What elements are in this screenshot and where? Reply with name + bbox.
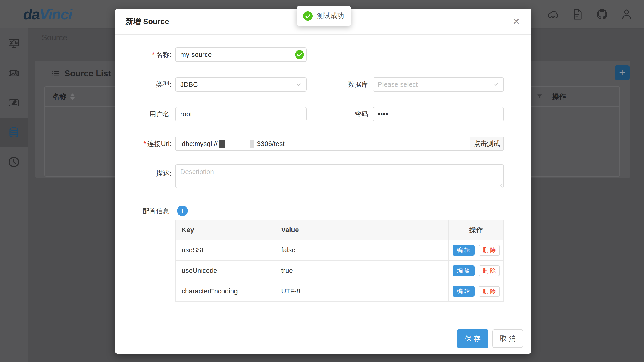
success-toast: 测试成功 xyxy=(297,6,351,26)
filter-funnel-icon[interactable] xyxy=(536,93,543,100)
chevron-down-icon xyxy=(492,81,499,88)
sidebar-item-schedule[interactable] xyxy=(0,147,28,177)
add-source-button[interactable]: + xyxy=(615,65,630,80)
name-column-label: 名称 xyxy=(52,92,66,102)
unordered-list-icon xyxy=(52,69,60,78)
name-input[interactable] xyxy=(175,48,307,62)
name-column-header[interactable]: 名称 xyxy=(52,87,75,106)
url-prefix: jdbc:mysql:// xyxy=(180,140,218,148)
action-column-label: 操作 xyxy=(552,92,566,102)
url-suffix: :3306/test xyxy=(255,140,284,148)
close-icon[interactable]: ✕ xyxy=(506,9,527,34)
delete-button[interactable]: 删 除 xyxy=(479,266,500,276)
valid-check-icon xyxy=(295,50,304,60)
value-header: Value xyxy=(275,220,449,240)
connection-url-input[interactable]: jdbc:mysql:// :3306/test xyxy=(175,136,470,151)
config-value: true xyxy=(275,260,449,281)
success-check-icon xyxy=(303,11,313,21)
delete-button[interactable]: 删 除 xyxy=(479,245,500,256)
edit-button[interactable]: 编 辑 xyxy=(452,286,474,297)
required-asterisk: * xyxy=(152,51,155,58)
davinci-app: daVinci Source Source List + xyxy=(0,0,644,362)
test-connection-button[interactable]: 点击测试 xyxy=(470,136,504,151)
config-key: useUnicode xyxy=(176,260,275,281)
clock-icon xyxy=(8,156,20,168)
password-input[interactable] xyxy=(373,107,504,121)
config-label: 配置信息: xyxy=(120,206,171,216)
widget-pencil-icon xyxy=(8,96,20,109)
redacted-host-block xyxy=(220,140,226,148)
type-select[interactable]: JDBC xyxy=(175,77,307,92)
description-label: 描述: xyxy=(120,166,171,180)
password-label: 密码: xyxy=(319,107,370,121)
config-table: Key Value 操作 useSSL false 编 辑删 除 useUnic… xyxy=(175,220,504,302)
panel-title: Source List xyxy=(64,69,111,78)
username-label: 用户名: xyxy=(120,107,171,121)
chevron-down-icon xyxy=(295,81,302,88)
sidebar-item-source[interactable] xyxy=(0,118,28,147)
redacted-host-block xyxy=(250,140,254,148)
database-select-placeholder: Please select xyxy=(378,81,418,88)
github-icon[interactable] xyxy=(596,8,608,20)
cloud-download-icon[interactable] xyxy=(547,8,559,20)
add-source-modal: 新增 Source ✕ *名称: 类型: JDBC 数据库: Please se… xyxy=(115,9,531,354)
breadcrumb: Source xyxy=(42,33,67,42)
sidebar-item-dashboard[interactable] xyxy=(0,29,28,58)
save-button[interactable]: 保 存 xyxy=(457,329,488,348)
username-input[interactable] xyxy=(175,107,307,121)
config-table-row: characterEncoding UTF-8 编 辑删 除 xyxy=(176,281,504,301)
delete-button[interactable]: 删 除 xyxy=(479,286,500,297)
sort-carets-icon[interactable] xyxy=(70,93,75,100)
database-icon xyxy=(8,126,20,139)
nav-icon-group xyxy=(547,0,633,28)
sidebar xyxy=(0,28,28,362)
description-textarea[interactable] xyxy=(175,164,504,188)
config-key: characterEncoding xyxy=(176,281,275,301)
type-select-value: JDBC xyxy=(180,81,198,88)
sidebar-item-display[interactable] xyxy=(0,58,28,88)
required-asterisk: * xyxy=(144,140,146,148)
sidebar-item-widget[interactable] xyxy=(0,88,28,118)
config-value: false xyxy=(275,240,449,260)
davinci-logo[interactable]: daVinci xyxy=(23,0,72,28)
config-table-row: useUnicode true 编 辑删 除 xyxy=(176,260,504,281)
config-table-row: useSSL false 编 辑删 除 xyxy=(176,240,504,260)
config-key: useSSL xyxy=(176,240,275,260)
database-select[interactable]: Please select xyxy=(373,77,504,92)
source-list-panel-header: Source List xyxy=(35,61,111,86)
user-icon[interactable] xyxy=(620,8,633,20)
display-picture-icon xyxy=(8,67,20,80)
edit-button[interactable]: 编 辑 xyxy=(452,245,474,256)
config-table-header: Key Value 操作 xyxy=(176,220,504,240)
edit-button[interactable]: 编 辑 xyxy=(452,266,474,276)
name-label: *名称: xyxy=(120,48,171,62)
cancel-button[interactable]: 取 消 xyxy=(492,329,523,348)
key-header: Key xyxy=(176,220,275,240)
add-config-button[interactable]: + xyxy=(177,206,188,216)
url-label: *连接Url: xyxy=(120,136,171,151)
footer-divider xyxy=(115,325,531,325)
modal-title: 新增 Source xyxy=(126,9,169,34)
file-document-icon[interactable] xyxy=(571,8,584,20)
logo-text-vinci: Vinci xyxy=(40,6,72,23)
config-value: UTF-8 xyxy=(275,281,449,301)
toast-message: 测试成功 xyxy=(317,11,344,20)
type-label: 类型: xyxy=(120,77,171,92)
action-header: 操作 xyxy=(449,220,504,240)
action-column-header: 操作 xyxy=(547,87,620,106)
dashboard-monitor-icon xyxy=(8,37,20,50)
database-label: 数据库: xyxy=(319,77,370,92)
connection-url-group: jdbc:mysql:// :3306/test 点击测试 xyxy=(175,136,504,151)
logo-text-da: da xyxy=(23,6,40,23)
